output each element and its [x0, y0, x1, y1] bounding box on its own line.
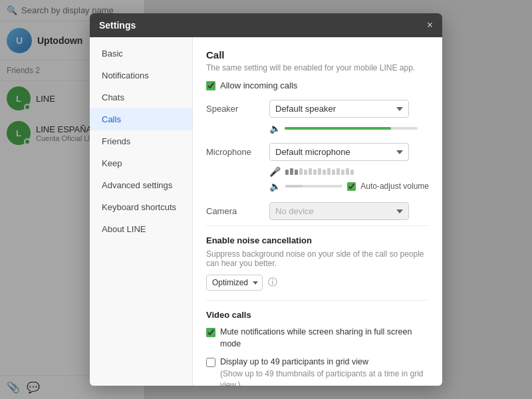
level-bar — [332, 170, 335, 175]
level-bar — [290, 168, 293, 175]
modal-header: Settings × — [90, 13, 442, 37]
camera-row: Camera No device — [206, 202, 429, 220]
allow-incoming-label: Allow incoming calls — [220, 80, 297, 90]
volume-low-icon: 🔈 — [269, 123, 281, 134]
speaker-slider-track — [285, 127, 418, 130]
speaker-slider-fill — [285, 127, 391, 130]
mic-level-bars — [285, 168, 354, 175]
divider-2 — [206, 300, 429, 301]
call-section-title: Call — [206, 49, 429, 61]
close-icon[interactable]: × — [427, 20, 433, 31]
microphone-icon: 🎤 — [269, 166, 281, 177]
speaker-row: Speaker Default speaker — [206, 100, 429, 118]
microphone-row: Microphone Default microphone — [206, 143, 429, 161]
level-bar — [313, 170, 317, 175]
level-bar — [299, 168, 303, 175]
level-bar — [341, 170, 344, 175]
video-check-row-0: Mute notifications while screen sharing … — [206, 327, 429, 350]
camera-select[interactable]: No device — [269, 202, 409, 220]
mic-slider-fill — [285, 185, 303, 188]
speaker-label: Speaker — [206, 104, 263, 114]
noise-cancellation-desc: Suppress background noise on your side o… — [206, 249, 429, 268]
speaker-select[interactable]: Default speaker — [269, 100, 409, 118]
level-bar — [323, 170, 326, 175]
allow-incoming-checkbox[interactable] — [206, 81, 215, 90]
settings-modal: Settings × Basic Notifications Chats Cal… — [90, 13, 442, 386]
video-grid-checkbox[interactable] — [206, 358, 215, 367]
camera-label: Camera — [206, 206, 263, 216]
sidebar-item-keyboard[interactable]: Keyboard shortcuts — [90, 196, 192, 218]
video-mute-checkbox[interactable] — [206, 328, 215, 337]
video-calls-title: Video calls — [206, 310, 429, 320]
video-check-row-1: Display up to 49 participants in grid vi… — [206, 356, 429, 386]
level-bar — [327, 168, 331, 175]
noise-cancellation-row: Optimized Off ⓘ — [206, 275, 429, 291]
level-bar — [295, 170, 298, 175]
mic-slider-track — [285, 185, 342, 188]
microphone-label: Microphone — [206, 147, 263, 157]
sidebar-item-notifications[interactable]: Notifications — [90, 65, 192, 86]
auto-adjust-label: Auto-adjust volume — [360, 182, 429, 191]
video-grid-label: Display up to 49 participants in grid vi… — [220, 356, 429, 386]
level-bar — [304, 170, 307, 175]
modal-body: Basic Notifications Chats Calls Friends … — [90, 37, 442, 386]
sidebar-item-basic[interactable]: Basic — [90, 43, 192, 65]
level-bar — [350, 170, 354, 175]
call-section-desc: The same setting will be enabled for you… — [206, 63, 429, 72]
sidebar-item-advanced[interactable]: Advanced settings — [90, 174, 192, 196]
content-area: Call The same setting will be enabled fo… — [193, 37, 442, 386]
level-bar — [336, 168, 340, 175]
level-bar — [285, 170, 289, 175]
video-mute-label: Mute notifications while screen sharing … — [220, 327, 429, 350]
modal-overlay: Settings × Basic Notifications Chats Cal… — [0, 0, 532, 399]
noise-mode-select[interactable]: Optimized Off — [206, 275, 263, 291]
allow-incoming-row: Allow incoming calls — [206, 80, 429, 90]
nav-sidebar: Basic Notifications Chats Calls Friends … — [90, 37, 193, 386]
modal-title: Settings — [99, 20, 136, 31]
level-bar — [346, 168, 349, 175]
sidebar-item-friends[interactable]: Friends — [90, 130, 192, 152]
divider — [206, 225, 429, 226]
mic-level-row: 🎤 — [206, 166, 429, 177]
level-bar — [318, 168, 321, 175]
info-icon[interactable]: ⓘ — [268, 277, 277, 289]
speaker-slider-row: 🔈 — [206, 123, 429, 134]
sidebar-item-chats[interactable]: Chats — [90, 86, 192, 108]
level-bar — [309, 168, 312, 175]
noise-cancellation-title: Enable noise cancellation — [206, 235, 429, 245]
auto-adjust-checkbox[interactable] — [347, 182, 356, 191]
volume-icon: 🔈 — [269, 181, 281, 192]
sidebar-item-about[interactable]: About LINE — [90, 218, 192, 240]
microphone-select[interactable]: Default microphone — [269, 143, 409, 161]
sidebar-item-keep[interactable]: Keep — [90, 152, 192, 174]
sidebar-item-calls[interactable]: Calls — [90, 108, 192, 130]
auto-adjust-row: 🔈 Auto-adjust volume — [206, 181, 429, 192]
